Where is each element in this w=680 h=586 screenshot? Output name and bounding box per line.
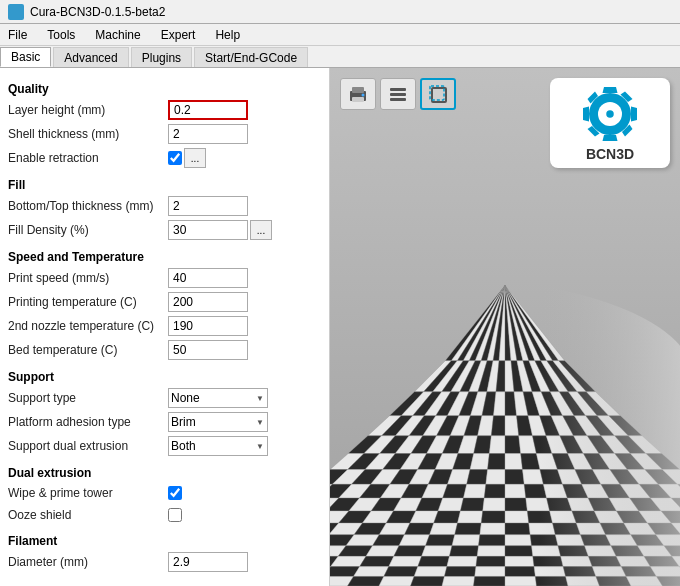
- menu-expert[interactable]: Expert: [157, 26, 200, 44]
- bcn3d-gear-icon: [580, 84, 640, 144]
- second-nozzle-temp-row: 2nd nozzle temperature (C): [0, 314, 329, 338]
- wipe-prime-tower-row: Wipe & prime tower: [0, 482, 329, 504]
- print-temp-row: Printing temperature (C): [0, 290, 329, 314]
- layers-view-button[interactable]: [380, 78, 416, 110]
- support-type-wrapper: None Touching buildplate Everywhere: [168, 388, 268, 408]
- bottom-top-thickness-input[interactable]: [168, 196, 248, 216]
- svg-rect-6: [390, 98, 406, 101]
- ooze-shield-checkbox[interactable]: [168, 508, 182, 522]
- menu-machine[interactable]: Machine: [91, 26, 144, 44]
- bed-temp-row: Bed temperature (C): [0, 338, 329, 362]
- bottom-top-thickness-label: Bottom/Top thickness (mm): [8, 199, 168, 213]
- diameter-row: Diameter (mm): [0, 550, 329, 574]
- fill-density-row: Fill Density (%) ...: [0, 218, 329, 242]
- enable-retraction-label: Enable retraction: [8, 151, 168, 165]
- shell-thickness-input[interactable]: [168, 124, 248, 144]
- shell-thickness-label: Shell thickness (mm): [8, 127, 168, 141]
- tab-bar: Basic Advanced Plugins Start/End-GCode: [0, 46, 680, 68]
- diameter-label: Diameter (mm): [8, 555, 168, 569]
- svg-point-11: [606, 110, 614, 118]
- second-nozzle-temp-input[interactable]: [168, 316, 248, 336]
- settings-panel: Quality Layer height (mm) Shell thicknes…: [0, 68, 330, 586]
- bed-temp-input[interactable]: [168, 340, 248, 360]
- support-dual-extrusion-row: Support dual extrusion Both First extrud…: [0, 434, 329, 458]
- printer-icon: [347, 83, 369, 105]
- support-dual-extrusion-select[interactable]: Both First extruder Second extruder: [168, 436, 268, 456]
- platform-adhesion-wrapper: None Brim Raft: [168, 412, 268, 432]
- cube-icon: [427, 83, 449, 105]
- layer-height-row: Layer height (mm): [0, 98, 329, 122]
- support-type-label: Support type: [8, 391, 168, 405]
- viewport-panel: BCN3D: [330, 68, 680, 586]
- wipe-prime-tower-checkbox[interactable]: [168, 486, 182, 500]
- platform-adhesion-label: Platform adhesion type: [8, 415, 168, 429]
- speed-temp-header: Speed and Temperature: [0, 246, 329, 266]
- 3d-view-button[interactable]: [420, 78, 456, 110]
- print-speed-input[interactable]: [168, 268, 248, 288]
- filament-header: Filament: [0, 530, 329, 550]
- window-title: Cura-BCN3D-0.1.5-beta2: [30, 5, 165, 19]
- svg-rect-4: [390, 88, 406, 91]
- tab-plugins[interactable]: Plugins: [131, 47, 192, 67]
- tab-basic[interactable]: Basic: [0, 47, 51, 67]
- platform-adhesion-select[interactable]: None Brim Raft: [168, 412, 268, 432]
- layer-height-input[interactable]: [168, 100, 248, 120]
- shell-thickness-row: Shell thickness (mm): [0, 122, 329, 146]
- bottom-top-thickness-row: Bottom/Top thickness (mm): [0, 194, 329, 218]
- tab-start-end-gcode[interactable]: Start/End-GCode: [194, 47, 308, 67]
- support-type-row: Support type None Touching buildplate Ev…: [0, 386, 329, 410]
- menu-bar: File Tools Machine Expert Help: [0, 24, 680, 46]
- print-view-button[interactable]: [340, 78, 376, 110]
- menu-file[interactable]: File: [4, 26, 31, 44]
- logo-area: BCN3D: [550, 78, 670, 168]
- svg-rect-1: [352, 87, 364, 93]
- app-icon: [8, 4, 24, 20]
- menu-tools[interactable]: Tools: [43, 26, 79, 44]
- enable-retraction-checkbox[interactable]: [168, 151, 182, 165]
- bed-temp-label: Bed temperature (C): [8, 343, 168, 357]
- menu-help[interactable]: Help: [211, 26, 244, 44]
- fill-density-label: Fill Density (%): [8, 223, 168, 237]
- print-speed-row: Print speed (mm/s): [0, 266, 329, 290]
- quality-header: Quality: [0, 78, 329, 98]
- viewport-toolbar: [340, 78, 456, 110]
- diameter-input[interactable]: [168, 552, 248, 572]
- support-dual-extrusion-label: Support dual extrusion: [8, 439, 168, 453]
- svg-point-3: [362, 94, 365, 97]
- support-dual-extrusion-wrapper: Both First extruder Second extruder: [168, 436, 268, 456]
- print-speed-label: Print speed (mm/s): [8, 271, 168, 285]
- support-header: Support: [0, 366, 329, 386]
- wipe-prime-tower-label: Wipe & prime tower: [8, 486, 168, 500]
- svg-rect-5: [390, 93, 406, 96]
- print-temp-label: Printing temperature (C): [8, 295, 168, 309]
- ooze-shield-row: Ooze shield: [0, 504, 329, 526]
- fill-header: Fill: [0, 174, 329, 194]
- dual-extrusion-header: Dual extrusion: [0, 462, 329, 482]
- second-nozzle-temp-label: 2nd nozzle temperature (C): [8, 319, 168, 333]
- fill-density-input[interactable]: [168, 220, 248, 240]
- ooze-shield-label: Ooze shield: [8, 508, 168, 522]
- logo-text: BCN3D: [586, 146, 634, 162]
- main-area: Quality Layer height (mm) Shell thicknes…: [0, 68, 680, 586]
- layers-icon: [387, 83, 409, 105]
- svg-rect-2: [352, 97, 364, 102]
- layer-height-label: Layer height (mm): [8, 103, 168, 117]
- support-type-select[interactable]: None Touching buildplate Everywhere: [168, 388, 268, 408]
- fill-density-dots-button[interactable]: ...: [250, 220, 272, 240]
- title-bar: Cura-BCN3D-0.1.5-beta2: [0, 0, 680, 24]
- platform-adhesion-row: Platform adhesion type None Brim Raft: [0, 410, 329, 434]
- enable-retraction-row: Enable retraction ...: [0, 146, 329, 170]
- retraction-dots-button[interactable]: ...: [184, 148, 206, 168]
- print-temp-input[interactable]: [168, 292, 248, 312]
- tab-advanced[interactable]: Advanced: [53, 47, 128, 67]
